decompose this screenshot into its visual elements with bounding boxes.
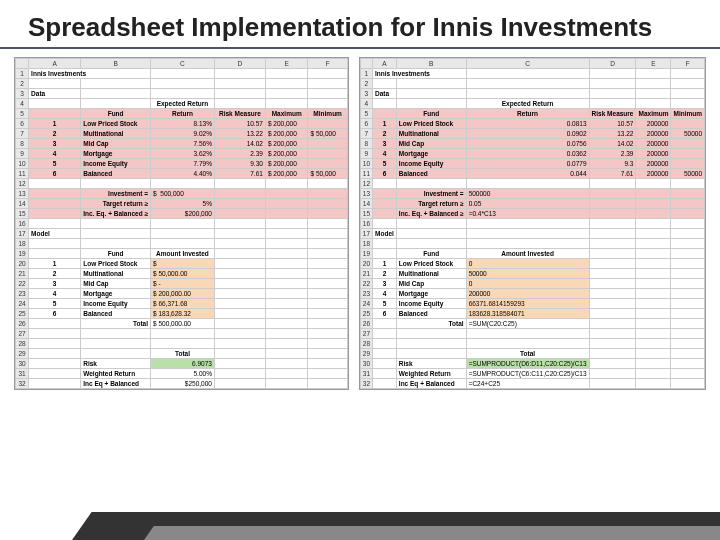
grid-right: AB CD EF 1Innis Investments 2 3Data 4Exp… xyxy=(360,58,705,389)
spreadsheet-left: AB CD EF 1Innis Investments 2 3Data 4Exp… xyxy=(14,57,349,390)
slide-title: Spreadsheet Implementation for Innis Inv… xyxy=(0,0,720,49)
spreadsheet-right: AB CD EF 1Innis Investments 2 3Data 4Exp… xyxy=(359,57,706,390)
grid-left: AB CD EF 1Innis Investments 2 3Data 4Exp… xyxy=(15,58,348,389)
slide-decoration xyxy=(0,480,720,540)
content-area: AB CD EF 1Innis Investments 2 3Data 4Exp… xyxy=(0,57,720,390)
